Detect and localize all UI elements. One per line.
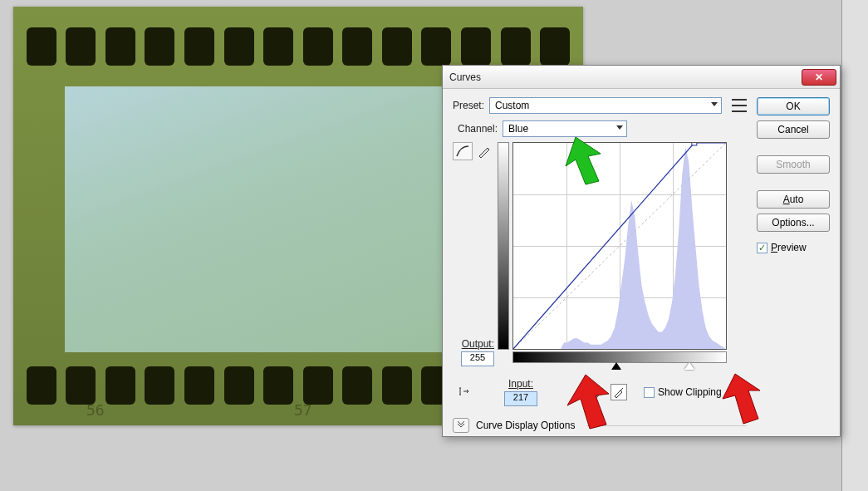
input-gradient <box>512 351 727 363</box>
black-point-slider[interactable] <box>611 362 621 370</box>
output-gradient <box>498 142 509 350</box>
preset-value: Custom <box>495 100 529 111</box>
host-app-edge <box>841 0 868 491</box>
svg-line-0 <box>513 143 726 349</box>
white-point-slider[interactable] <box>684 362 694 370</box>
gray-eyedropper[interactable] <box>591 384 607 400</box>
close-button[interactable]: ✕ <box>802 69 836 86</box>
chevron-down-icon <box>616 125 623 130</box>
input-field[interactable]: 217 <box>504 391 537 406</box>
curve-tool-button[interactable] <box>453 142 473 160</box>
curve-display-options-toggle[interactable]: Curve Display Options <box>453 418 747 433</box>
curve-icon <box>455 145 470 158</box>
input-label: Input: <box>508 378 533 390</box>
on-image-adjust-button[interactable] <box>456 384 473 400</box>
show-clipping-checkbox[interactable]: Show Clipping <box>644 386 722 398</box>
chevron-down-icon <box>711 102 718 106</box>
channel-value: Blue <box>508 123 528 135</box>
pencil-tool-button[interactable] <box>474 142 494 160</box>
cancel-button[interactable]: Cancel <box>757 120 830 139</box>
smooth-button: Smooth <box>757 155 830 174</box>
dialog-title: Curves <box>449 71 802 83</box>
film-frame-number: 56 <box>86 401 105 419</box>
curves-dialog: Curves ✕ Preset: Custom Channel: Blue <box>442 65 841 437</box>
output-field[interactable]: 255 <box>461 351 494 366</box>
svg-rect-1 <box>692 143 697 145</box>
options-button[interactable]: Options... <box>757 214 830 232</box>
close-icon: ✕ <box>815 71 823 83</box>
pencil-icon <box>478 145 491 158</box>
checkbox-icon: ✓ <box>757 243 767 253</box>
eyedropper-icon <box>612 385 625 399</box>
black-eyedropper[interactable] <box>571 384 587 400</box>
preset-label: Preset: <box>453 100 484 111</box>
auto-button[interactable]: Auto <box>757 190 830 209</box>
preview-checkbox[interactable]: ✓ Preview <box>757 242 830 253</box>
eyedropper-icon <box>592 385 606 399</box>
channel-label: Channel: <box>458 123 498 135</box>
preset-dropdown[interactable]: Custom <box>489 97 722 114</box>
film-frame-number: 57 <box>294 401 312 419</box>
chevron-expand-icon <box>453 418 469 433</box>
curve-line <box>513 143 726 349</box>
curves-graph[interactable] <box>512 142 727 350</box>
channel-dropdown[interactable]: Blue <box>503 120 627 137</box>
dialog-titlebar[interactable]: Curves ✕ <box>443 66 840 89</box>
ok-button[interactable]: OK <box>757 97 830 115</box>
white-eyedropper[interactable] <box>611 384 627 400</box>
output-label: Output: <box>462 338 494 350</box>
checkbox-icon <box>644 387 655 398</box>
eyedropper-icon <box>572 385 586 399</box>
curve-display-options-label: Curve Display Options <box>476 420 575 431</box>
show-clipping-label: Show Clipping <box>658 386 722 398</box>
preset-menu-icon[interactable] <box>732 99 747 112</box>
hand-adjust-icon <box>457 385 472 400</box>
